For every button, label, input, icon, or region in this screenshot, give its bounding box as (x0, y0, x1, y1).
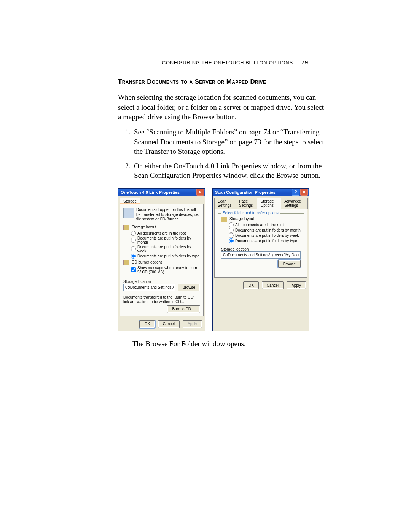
section-title: Transfer Documents to a Server or Mapped… (118, 78, 327, 86)
link-description: Documents dropped on this link will be t… (136, 208, 200, 222)
scan-config-titlebar[interactable]: Scan Configuration Properties ? × (213, 189, 309, 196)
layout-radio-type[interactable] (131, 254, 136, 259)
cd-icon (123, 260, 129, 265)
layout-option-type[interactable]: Documents are put in folders by type (131, 254, 200, 259)
layout-option-type-right[interactable]: Documents are put in folders by type (229, 238, 301, 243)
storage-location-input-left[interactable] (123, 284, 175, 291)
layout-radio-type-right[interactable] (229, 238, 234, 243)
running-header: CONFIGURING THE ONETOUCH BUTTON OPTIONS … (162, 59, 308, 66)
steps-list: See “Scanning to Multiple Folders” on pa… (118, 127, 327, 181)
browse-button-right[interactable]: Browse (278, 260, 301, 268)
layout-week-label: Documents are put in folders by week (137, 245, 200, 253)
ok-button-left[interactable]: OK (139, 320, 155, 328)
layout-type-label: Documents are put in folders by type (137, 254, 199, 258)
layout-option-root[interactable]: All documents are in the root (131, 231, 200, 236)
folder-icon (221, 217, 227, 222)
tab-advanced-settings[interactable]: Advanced Settings (281, 198, 308, 209)
layout-option-month[interactable]: Documents are put in folders by month (131, 236, 200, 244)
ok-button-right[interactable]: OK (243, 281, 258, 289)
tab-scan-settings[interactable]: Scan Settings (214, 198, 236, 209)
link-description-row: Documents dropped on this link will be t… (123, 208, 200, 222)
layout-radio-root[interactable] (131, 231, 136, 236)
close-icon[interactable]: × (300, 189, 308, 196)
link-properties-title: OneTouch 4.0 Link Properties (121, 190, 180, 195)
browse-button-left[interactable]: Browse (178, 284, 200, 291)
link-properties-tabs: Storage (118, 196, 205, 204)
storage-layout-label-right: Storage layout (229, 217, 254, 221)
layout-radio-root-right[interactable] (229, 222, 234, 227)
layout-month-label: Documents are put in folders by month (137, 236, 200, 244)
layout-radio-week[interactable] (131, 246, 136, 251)
transfer-options-legend: Select folder and transfer options (221, 211, 280, 215)
cd-checkbox[interactable] (131, 267, 136, 272)
help-icon[interactable]: ? (292, 189, 299, 196)
tab-storage-options[interactable]: Storage Options (257, 198, 281, 209)
layout-option-month-right[interactable]: Documents are put in folders by month (229, 228, 301, 233)
page-number: 79 (301, 59, 308, 66)
cd-option-label: Show message when ready to burn 5'' CD (… (137, 266, 200, 274)
link-properties-titlebar[interactable]: OneTouch 4.0 Link Properties × (118, 189, 205, 196)
apply-button-left: Apply (183, 320, 202, 328)
layout-radio-month[interactable] (131, 238, 136, 243)
cd-burner-label: CD burner options (132, 260, 162, 264)
step-2: On either the OneTouch 4.0 Link Properti… (132, 161, 327, 181)
tab-storage[interactable]: Storage (120, 198, 140, 204)
running-header-text: CONFIGURING THE ONETOUCH BUTTON OPTIONS (162, 60, 293, 66)
cd-option-show-message[interactable]: Show message when ready to burn 5'' CD (… (131, 266, 200, 274)
transfer-options-group: Select folder and transfer options Stora… (218, 213, 304, 271)
close-icon[interactable]: × (196, 189, 204, 196)
cancel-button-left[interactable]: Cancel (158, 320, 180, 328)
layout-option-week-right[interactable]: Documents are put in folders by week (229, 233, 301, 238)
cancel-button-right[interactable]: Cancel (262, 281, 284, 289)
scan-config-tabs: Scan Settings Page Settings Storage Opti… (213, 196, 309, 208)
scan-config-buttons: OK Cancel Apply (213, 279, 309, 292)
tab-page-settings[interactable]: Page Settings (236, 198, 257, 209)
folder-icon (123, 225, 129, 230)
storage-location-label-right: Storage location (221, 247, 301, 251)
link-properties-panel: Documents dropped on this link will be t… (120, 204, 204, 316)
storage-layout-header: Storage layout (123, 225, 200, 230)
scan-config-title: Scan Configuration Properties (215, 190, 276, 195)
layout-option-week[interactable]: Documents are put in folders by week (131, 245, 200, 253)
storage-location-row-left: Browse (123, 284, 200, 291)
figures-row: OneTouch 4.0 Link Properties × Storage D… (118, 188, 327, 331)
intro-paragraph: When selecting the storage location for … (118, 93, 327, 122)
burn-to-cd-button[interactable]: Burn to CD ... (167, 305, 200, 313)
step-1: See “Scanning to Multiple Folders” on pa… (132, 127, 327, 157)
burn-note: Documents transferred to the 'Burn to CD… (123, 295, 200, 305)
storage-device-icon (123, 208, 134, 218)
page: CONFIGURING THE ONETOUCH BUTTON OPTIONS … (0, 0, 411, 532)
storage-layout-label: Storage layout (132, 225, 156, 229)
link-properties-window: OneTouch 4.0 Link Properties × Storage D… (118, 188, 206, 331)
scan-config-panel: Select folder and transfer options Stora… (214, 208, 307, 278)
cd-burner-header: CD burner options (123, 260, 200, 265)
scan-config-window: Scan Configuration Properties ? × Scan S… (212, 188, 309, 331)
layout-radio-month-right[interactable] (229, 228, 234, 233)
layout-option-root-right[interactable]: All documents are in the root (229, 222, 301, 227)
storage-location-label-left: Storage location (123, 280, 200, 284)
storage-layout-header-right: Storage layout (221, 217, 301, 222)
after-figure-text: The Browse For Folder window opens. (132, 339, 327, 349)
tab-storage-label: Storage (123, 199, 137, 203)
link-properties-buttons: OK Cancel Apply (118, 318, 205, 331)
apply-button-right[interactable]: Apply (287, 281, 306, 289)
layout-root-label: All documents are in the root (137, 231, 186, 235)
storage-location-input-right[interactable] (221, 251, 301, 259)
layout-radio-week-right[interactable] (229, 233, 234, 238)
